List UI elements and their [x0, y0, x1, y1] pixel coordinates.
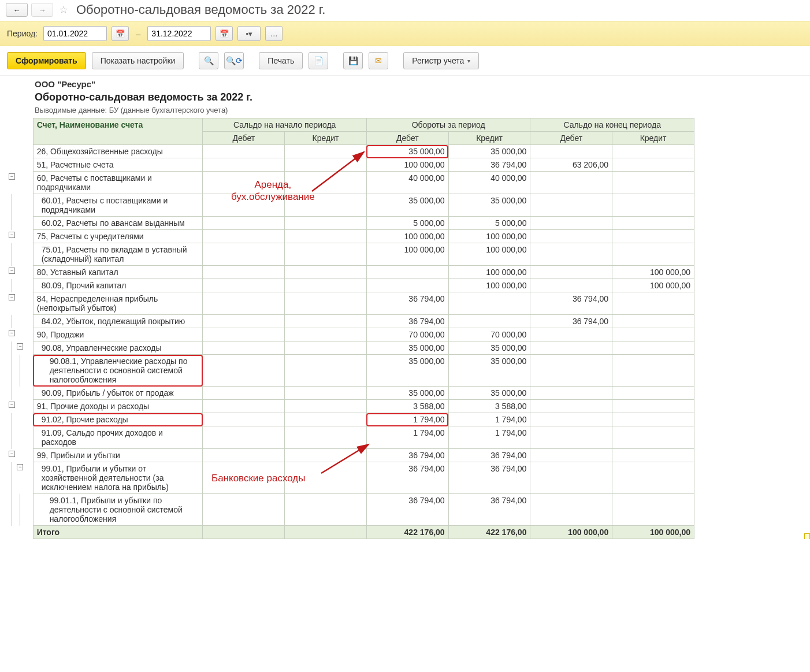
- cell-turn-credit: 1 794,00: [448, 413, 530, 426]
- cell-close-credit: [612, 494, 694, 526]
- cell-turn-credit: 36 794,00: [448, 449, 530, 462]
- save-button[interactable]: 💾: [343, 52, 363, 69]
- show-settings-button[interactable]: Показать настройки: [92, 52, 184, 69]
- cell-turn-debit: 40 000,00: [366, 172, 448, 194]
- table-row[interactable]: −80, Уставный капитал100 000,00100 000,0…: [8, 266, 694, 279]
- report-area: ООО "Ресурс" Оборотно-сальдовая ведомост…: [0, 76, 810, 539]
- account-name-cell: 99.01, Прибыли и убытки от хозяйственной…: [33, 462, 203, 494]
- print-preview-button[interactable]: 📄: [309, 52, 328, 69]
- total-close-debit: 100 000,00: [530, 526, 612, 539]
- period-more-button[interactable]: …: [265, 26, 283, 41]
- cell-open-debit: [203, 462, 285, 494]
- cell-open-credit: [285, 172, 367, 194]
- table-row[interactable]: −99.01, Прибыли и убытки от хозяйственно…: [8, 462, 694, 494]
- period-from-calendar-button[interactable]: 📅: [112, 26, 129, 41]
- table-row[interactable]: 91.09, Сальдо прочих доходов и расходов1…: [8, 426, 694, 449]
- tree-collapse-icon[interactable]: −: [9, 294, 15, 300]
- cell-turn-debit: 35 000,00: [366, 341, 448, 355]
- cell-close-debit: [530, 341, 612, 355]
- cell-close-credit: [612, 292, 694, 315]
- cell-open-debit: [203, 172, 285, 194]
- nav-forward-button[interactable]: →: [31, 3, 53, 17]
- tree-collapse-icon[interactable]: −: [9, 451, 15, 457]
- cell-close-credit: [612, 194, 694, 217]
- cell-turn-debit: [366, 279, 448, 292]
- table-row[interactable]: 26, Общехозяйственные расходы35 000,0035…: [8, 145, 694, 158]
- nav-back-button[interactable]: ←: [6, 3, 28, 17]
- tree-collapse-icon[interactable]: −: [9, 402, 15, 408]
- table-row[interactable]: −84, Нераспределенная прибыль (непокрыты…: [8, 292, 694, 315]
- table-row[interactable]: 60.02, Расчеты по авансам выданным5 000,…: [8, 217, 694, 230]
- cell-close-credit: [612, 462, 694, 494]
- cell-turn-debit: [366, 266, 448, 279]
- cell-close-debit: [530, 217, 612, 230]
- page-title: Оборотно-сальдовая ведомость за 2022 г.: [76, 2, 325, 17]
- cell-open-debit: [203, 328, 285, 341]
- tree-collapse-icon[interactable]: −: [9, 173, 15, 180]
- tree-collapse-icon[interactable]: −: [9, 268, 15, 274]
- cell-open-debit: [203, 243, 285, 266]
- cell-open-debit: [203, 413, 285, 426]
- account-name-cell: 84.02, Убыток, подлежащий покрытию: [33, 315, 203, 328]
- period-from-input[interactable]: [43, 26, 107, 41]
- cell-turn-credit: 5 000,00: [448, 217, 530, 230]
- cell-turn-credit: 35 000,00: [448, 341, 530, 355]
- tree-collapse-icon[interactable]: −: [9, 330, 15, 336]
- table-row[interactable]: 90.09, Прибыль / убыток от продаж35 000,…: [8, 387, 694, 400]
- col-open-debit: Дебет: [203, 132, 285, 145]
- find-button[interactable]: 🔍: [199, 52, 218, 69]
- cell-open-credit: [285, 158, 367, 172]
- register-dropdown[interactable]: Регистр учета▾: [403, 52, 479, 69]
- cell-close-credit: [612, 145, 694, 158]
- tree-collapse-icon[interactable]: −: [17, 464, 23, 470]
- cell-open-credit: [285, 328, 367, 341]
- cell-close-credit: [612, 426, 694, 449]
- generate-button[interactable]: Сформировать: [7, 52, 86, 69]
- col-account: Счет, Наименование счета: [33, 118, 203, 145]
- cell-open-debit: [203, 292, 285, 315]
- cell-turn-debit: 36 794,00: [366, 315, 448, 328]
- table-row[interactable]: 99.01.1, Прибыли и убытки по деятельност…: [8, 494, 694, 526]
- cell-close-debit: [530, 494, 612, 526]
- find-next-button[interactable]: 🔍⟳: [224, 52, 244, 69]
- table-row[interactable]: 84.02, Убыток, подлежащий покрытию36 794…: [8, 315, 694, 328]
- table-row[interactable]: 91.02, Прочие расходы1 794,001 794,00: [8, 413, 694, 426]
- cell-turn-debit: 36 794,00: [366, 292, 448, 315]
- table-row[interactable]: −90.08, Управленческие расходы35 000,003…: [8, 341, 694, 355]
- cell-turn-credit: 100 000,00: [448, 279, 530, 292]
- table-row[interactable]: −75, Расчеты с учредителями100 000,00100…: [8, 230, 694, 243]
- cell-turn-credit: 3 588,00: [448, 400, 530, 413]
- print-button[interactable]: Печать: [259, 52, 303, 69]
- cell-open-debit: [203, 230, 285, 243]
- period-to-calendar-button[interactable]: 📅: [215, 26, 233, 41]
- cell-close-debit: [530, 145, 612, 158]
- tree-collapse-icon[interactable]: −: [17, 343, 23, 350]
- favorite-star-icon[interactable]: ☆: [57, 3, 70, 16]
- table-row[interactable]: 90.08.1, Управленческие расходы по деяте…: [8, 355, 694, 387]
- tree-collapse-icon[interactable]: −: [9, 232, 15, 238]
- table-row[interactable]: −91, Прочие доходы и расходы3 588,003 58…: [8, 400, 694, 413]
- table-row[interactable]: 51, Расчетные счета100 000,0036 794,0063…: [8, 158, 694, 172]
- period-to-input[interactable]: [147, 26, 211, 41]
- cell-open-credit: [285, 145, 367, 158]
- cell-open-credit: [285, 341, 367, 355]
- cell-turn-credit: 70 000,00: [448, 328, 530, 341]
- cell-close-credit: [612, 413, 694, 426]
- arrow-right-icon: →: [39, 6, 46, 14]
- cell-open-credit: [285, 292, 367, 315]
- table-row[interactable]: −99, Прибыли и убытки36 794,0036 794,00: [8, 449, 694, 462]
- table-row[interactable]: −60, Расчеты с поставщиками и подрядчика…: [8, 172, 694, 194]
- cell-turn-credit: [448, 292, 530, 315]
- col-turn-debit: Дебет: [366, 132, 448, 145]
- email-button[interactable]: ✉: [369, 52, 388, 69]
- cell-open-debit: [203, 387, 285, 400]
- cell-open-credit: [285, 194, 367, 217]
- table-row[interactable]: 60.01, Расчеты с поставщиками и подрядчи…: [8, 194, 694, 217]
- period-preset-button[interactable]: ▪▾: [237, 26, 261, 41]
- table-row[interactable]: 80.09, Прочий капитал100 000,00100 000,0…: [8, 279, 694, 292]
- cell-open-debit: [203, 217, 285, 230]
- mail-icon: ✉: [375, 56, 382, 65]
- table-row[interactable]: 75.01, Расчеты по вкладам в уставный (ск…: [8, 243, 694, 266]
- table-row[interactable]: −90, Продажи70 000,0070 000,00: [8, 328, 694, 341]
- cell-open-credit: [285, 355, 367, 387]
